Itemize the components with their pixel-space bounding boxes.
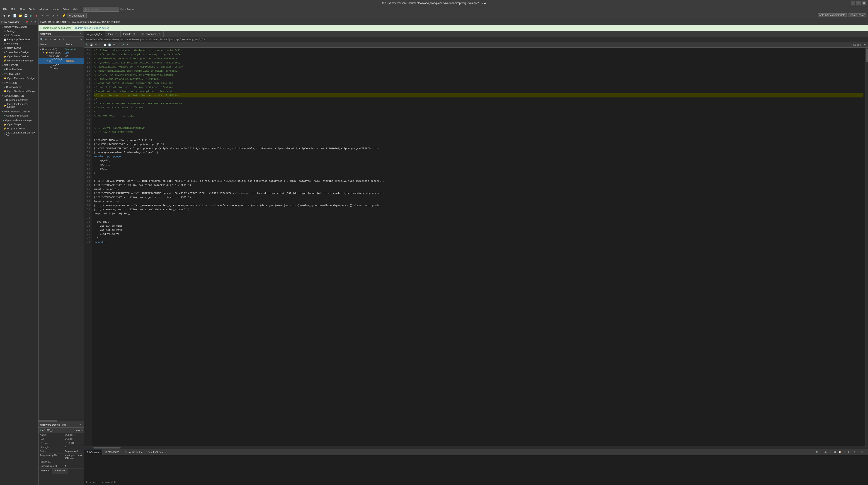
menu-flow[interactable]: Flow [18,7,27,11]
hw-expand-button[interactable]: ⊞ [44,37,48,41]
tab-close-led-xdc[interactable]: ✕ [133,33,135,35]
dev-sel-toolbar-btn1[interactable]: ◀ [76,429,78,431]
hw-search-button[interactable]: 🔍 [39,37,43,41]
console-stop-button[interactable]: ⏹ [833,450,837,454]
nav-run-synthesis[interactable]: ▶ Run Synthesis [0,85,38,89]
editor-redo-button[interactable]: ↪ [98,43,102,47]
hw-dp-close-button[interactable]: ✕ [79,423,82,426]
quick-access-input[interactable] [83,7,119,11]
nav-run-simulation[interactable]: ▶ Run Simulation [0,67,38,71]
simulation-header[interactable]: ▼ SIMULATION [0,63,38,67]
dashboard-button[interactable]: ⊞ Dashboard- [67,13,87,18]
hw-settings-button[interactable]: ⚙ [79,37,83,41]
tab-close-top-wrapper[interactable]: ✕ [159,33,161,35]
hw-node-xilinx-tcf[interactable]: ▼ ⚡ xilinx_tcf/D... Open [38,51,84,54]
program-button[interactable]: ⚡ [61,13,66,18]
minimize-button[interactable]: ─ [851,1,855,5]
nav-close-button[interactable]: ✕ [33,20,37,24]
program-device-link[interactable]: Program device [74,27,91,29]
console-tab-serial-io-scans[interactable]: Serial I/O Scans [145,449,168,455]
nav-language-templates[interactable]: 📋 Language Templates [0,37,38,41]
console-tab-messages[interactable]: ✕ Messages [102,449,122,455]
editor-copy-button[interactable]: 📋 [103,43,107,47]
stop-button[interactable]: ■ [34,13,39,18]
console-tab-serial-io-links[interactable]: Serial I/O Links [122,449,145,455]
console-clear-button[interactable]: ✕ [819,450,824,454]
menu-file[interactable]: File [1,7,9,11]
prog-debug-header[interactable]: ▼ PROGRAM AND DEBUG [0,110,38,114]
nav-open-elaborated-design[interactable]: 📂 Open Elaborated Design [0,76,38,80]
hw-collapse-button[interactable]: ⊟ [49,37,53,41]
console-q-button[interactable]: ? [853,451,856,454]
refresh-link[interactable]: Refresh device [92,27,109,29]
impl-header[interactable]: ▼ IMPLEMENTATION [0,94,38,98]
editor-cut-button[interactable]: ✂ [112,43,116,47]
menu-tools[interactable]: Tools [27,7,37,11]
nav-ip-catalog[interactable]: ⊞ IP Catalog [0,41,38,46]
menu-layout[interactable]: Layout [50,7,61,11]
close-button[interactable]: ✕ [862,1,866,5]
settings-button[interactable]: ⚙ [50,13,55,18]
new-project-button[interactable]: 📄 [12,13,17,18]
synth-header[interactable]: ▼ SYNTHESIS [0,81,38,85]
open-hw-manager-header[interactable]: ▼ Open Hardware Manager [0,119,38,122]
editor-indent-button[interactable]: ⇥ [117,43,121,47]
hw-node-localhost[interactable]: ▼ 🖥 localhost (1) Connected [38,48,84,51]
console-max-button[interactable]: □ [860,451,864,454]
nav-open-implemented-design[interactable]: 📂 Open Implemented Design [0,102,38,109]
console-search-button[interactable]: 🔍 [815,450,819,454]
open-project-button[interactable]: 📂 [18,13,23,18]
console-pause-button[interactable]: ⏸ [829,450,833,454]
editor-settings-button[interactable]: ⚙ [863,43,867,47]
code-content[interactable]: // Xilinx products are not designed or i… [92,48,865,447]
hw-device-selector[interactable]: ⊞ xc7z015_1 ◀ ▶ ⚙ [38,428,84,433]
nav-create-block-design[interactable]: + Create Block Design [0,50,38,54]
run-button[interactable]: ▶ [29,13,34,18]
hw-dp-q-button[interactable]: ? [69,423,72,426]
hw-hscrollbar[interactable] [38,420,84,422]
menu-view[interactable]: View [62,7,71,11]
hw-props-tab-general[interactable]: General [38,468,52,474]
editor-tab-top-top-0-0[interactable]: top_top_0_0.v [84,31,105,37]
nav-run-implementation[interactable]: ▶ Run Implementation [0,98,38,102]
console-log-button[interactable]: 📋 [838,450,842,454]
tab-close-top-v[interactable]: ✕ [116,33,118,35]
maximize-button[interactable]: □ [856,1,861,5]
editor-paste-button[interactable]: 📄 [107,43,112,47]
hw-back-button[interactable]: ◀ [53,37,57,41]
editor-save-button[interactable]: 💾 [89,43,93,47]
console-input-row[interactable] [84,479,868,485]
nav-open-target[interactable]: 📂 Open Target [0,122,38,126]
editor-undo-button[interactable]: ↩ [94,43,98,47]
save-button[interactable]: 💾 [23,13,28,18]
editor-tab-led-xdc[interactable]: led.xdc ✕ [121,31,138,37]
step-button[interactable]: ⇥ [45,13,50,18]
console-min-button[interactable]: ─ [857,451,860,454]
nav-pin-button[interactable]: 📌 [25,20,29,24]
nav-program-device[interactable]: ⚡ Program Device [0,126,38,130]
hw-panel-min-button[interactable]: ─ [72,32,75,35]
menu-help[interactable]: Help [71,7,80,11]
editor-find-button[interactable]: 🔎 [121,43,125,47]
console-wrap-button[interactable]: ↵ [842,450,846,454]
rtl-header[interactable]: ▼ RTL ANALYSIS [0,72,38,76]
hw-dp-min-button[interactable]: ─ [72,423,75,426]
nav-open-synthesized-design[interactable]: 📂 Open Synthesized Design [0,89,38,93]
editor-search-button[interactable]: 🔍 [85,43,89,47]
forward-button[interactable]: ▶ [7,13,12,18]
editor-vscrollbar[interactable] [865,48,868,447]
ip-integrator-header[interactable]: ▼ IP INTEGRATOR [0,47,38,50]
console-tab-tcl[interactable]: Tcl Console [84,449,102,455]
hw-panel-close-button[interactable]: ✕ [79,32,82,35]
hw-refresh-button[interactable]: ↻ [62,37,66,41]
nav-add-config-memory[interactable]: + Add Configuration Memory De [0,130,38,137]
console-play-button[interactable]: ▶ [824,450,828,454]
console-trash-button[interactable]: 🗑 [847,450,851,454]
nav-help-button[interactable]: ? [29,20,33,24]
hw-panel-q-button[interactable]: ? [69,32,72,35]
dev-sel-settings-btn[interactable]: ⚙ [81,429,83,431]
editor-tab-top-v[interactable]: top.v ✕ [105,31,121,37]
dev-sel-toolbar-btn2[interactable]: ▶ [78,429,80,431]
hw-node-xc7z015[interactable]: ▼ ⊞ xc7z015_1 ... Program... [38,58,84,64]
refresh-button[interactable]: ↻ [56,13,61,18]
